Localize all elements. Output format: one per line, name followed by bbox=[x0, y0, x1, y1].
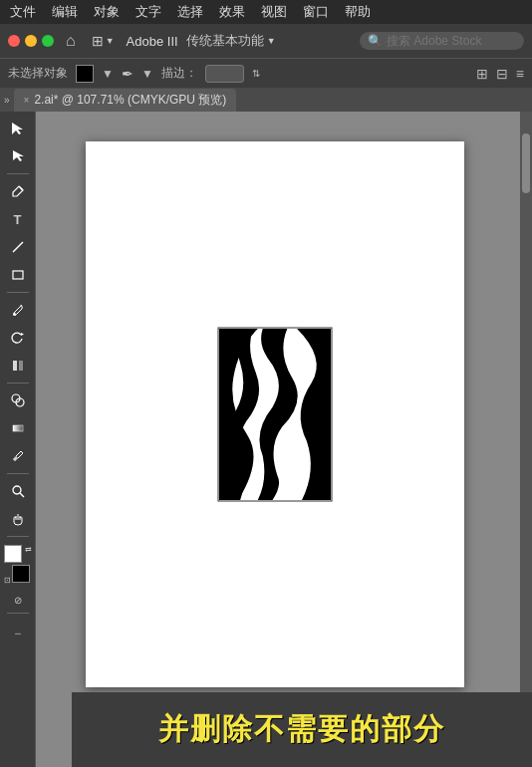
chevron-down-icon-2: ▼ bbox=[267, 36, 276, 46]
artboard bbox=[86, 141, 464, 687]
menu-object[interactable]: 对象 bbox=[94, 3, 120, 21]
layout-button[interactable]: ⊞ ▼ bbox=[88, 33, 119, 49]
menu-select[interactable]: 选择 bbox=[177, 3, 203, 21]
close-window-button[interactable] bbox=[8, 35, 20, 47]
menu-text[interactable]: 文字 bbox=[135, 3, 161, 21]
tool-separator-6 bbox=[7, 613, 29, 614]
direct-selection-tool[interactable] bbox=[4, 143, 32, 169]
menu-view[interactable]: 视图 bbox=[261, 3, 287, 21]
scrollbar-thumb[interactable] bbox=[522, 133, 530, 193]
menu-icon[interactable]: ≡ bbox=[516, 66, 524, 82]
workspace-dropdown[interactable]: 传统基本功能 ▼ bbox=[186, 32, 276, 50]
svg-rect-7 bbox=[13, 361, 17, 371]
svg-rect-15 bbox=[233, 485, 241, 491]
tool-separator-4 bbox=[7, 473, 29, 474]
tab-close-button[interactable]: × bbox=[24, 95, 30, 106]
svg-rect-4 bbox=[13, 271, 23, 279]
pen-icon: ✒ bbox=[122, 66, 133, 82]
search-input[interactable] bbox=[387, 34, 516, 48]
color-mode-buttons: ⊘ bbox=[8, 591, 28, 609]
workspace-dropdown-label: 传统基本功能 bbox=[186, 32, 264, 50]
selection-tool[interactable] bbox=[4, 116, 32, 141]
svg-line-3 bbox=[13, 242, 23, 252]
annotation-text: 并删除不需要的部分 bbox=[158, 709, 445, 750]
fill-color-swatch[interactable] bbox=[76, 65, 94, 83]
hand-tool[interactable] bbox=[4, 506, 32, 532]
pen-tool[interactable] bbox=[4, 178, 32, 204]
reflect-tool[interactable] bbox=[4, 353, 32, 379]
swap-colors-icon[interactable]: ⇄ bbox=[25, 545, 32, 554]
toolbox: T bbox=[0, 112, 36, 767]
tool-separator-1 bbox=[7, 173, 29, 174]
svg-marker-1 bbox=[13, 150, 24, 161]
toolbar-top: ⌂ ⊞ ▼ Adobe III 传统基本功能 ▼ 🔍 bbox=[0, 24, 532, 58]
tool-separator-5 bbox=[7, 536, 29, 537]
gradient-tool[interactable] bbox=[4, 415, 32, 441]
line-tool[interactable] bbox=[4, 234, 32, 260]
search-icon: 🔍 bbox=[368, 34, 383, 48]
toolbar-secondary: 未选择对象 ▼ ✒ ▼ 描边： ⇅ ⊞ ⊟ ≡ bbox=[0, 58, 532, 88]
svg-line-2 bbox=[20, 187, 23, 190]
rotate-tool[interactable] bbox=[4, 325, 32, 351]
menu-help[interactable]: 帮助 bbox=[345, 3, 371, 21]
canvas-area[interactable]: 并删除不需要的部分 bbox=[36, 112, 532, 767]
svg-point-12 bbox=[13, 486, 21, 494]
artwork-container bbox=[218, 328, 333, 502]
type-tool[interactable]: T bbox=[4, 206, 32, 232]
toolbar-right-icons: ⊞ ⊟ ≡ bbox=[476, 66, 524, 82]
align-icon[interactable]: ⊟ bbox=[496, 66, 508, 82]
workspace-label: Adobe III bbox=[127, 34, 178, 49]
window-controls bbox=[8, 35, 54, 47]
chevron-down-icon: ▼ bbox=[106, 36, 115, 46]
svg-point-5 bbox=[13, 313, 16, 316]
zebra-artwork bbox=[219, 329, 332, 501]
tab-bar: » × 2.ai* @ 107.71% (CMYK/GPU 预览) bbox=[0, 88, 532, 112]
search-bar[interactable]: 🔍 bbox=[360, 32, 524, 50]
svg-rect-11 bbox=[13, 425, 23, 431]
default-colors-icon[interactable]: ⊡ bbox=[4, 576, 11, 585]
stroke-label: 描边： bbox=[161, 65, 197, 82]
menu-bar: 文件 编辑 对象 文字 选择 效果 视图 窗口 帮助 bbox=[0, 0, 532, 24]
fullscreen-window-button[interactable] bbox=[42, 35, 54, 47]
home-button[interactable]: ⌂ bbox=[62, 32, 80, 50]
stroke-color[interactable] bbox=[12, 565, 30, 583]
document-tab[interactable]: × 2.ai* @ 107.71% (CMYK/GPU 预览) bbox=[14, 89, 237, 112]
none-color-button[interactable]: ⊘ bbox=[8, 591, 28, 609]
expand-button[interactable]: » bbox=[4, 95, 10, 106]
chevron-up-down-icon: ⇅ bbox=[252, 68, 260, 79]
paintbrush-tool[interactable] bbox=[4, 297, 32, 323]
rectangle-tool[interactable] bbox=[4, 262, 32, 288]
fill-color[interactable] bbox=[4, 545, 22, 563]
tool-separator-2 bbox=[7, 292, 29, 293]
annotation-bar: 并删除不需要的部分 bbox=[72, 692, 532, 767]
tab-title: 2.ai* @ 107.71% (CMYK/GPU 预览) bbox=[34, 92, 226, 109]
stroke-pen-arrow: ▼ bbox=[141, 67, 153, 81]
svg-marker-0 bbox=[12, 123, 23, 134]
tool-separator-3 bbox=[7, 383, 29, 384]
svg-line-13 bbox=[20, 493, 24, 497]
minimize-window-button[interactable] bbox=[25, 35, 37, 47]
svg-marker-6 bbox=[21, 333, 24, 336]
menu-edit[interactable]: 编辑 bbox=[52, 3, 78, 21]
stroke-arrow-icon: ▼ bbox=[102, 67, 114, 81]
object-select-label: 未选择对象 bbox=[8, 65, 68, 82]
eyedropper-tool[interactable] bbox=[4, 443, 32, 469]
zoom-tool[interactable] bbox=[4, 478, 32, 504]
menu-window[interactable]: 窗口 bbox=[303, 3, 329, 21]
color-selector[interactable]: ⇄ ⊡ bbox=[4, 545, 32, 585]
arrange-icon[interactable]: ⊞ bbox=[476, 66, 488, 82]
svg-rect-8 bbox=[19, 361, 23, 371]
scrollbar-vertical[interactable] bbox=[520, 112, 532, 767]
main-layout: T bbox=[0, 112, 532, 767]
shape-builder-tool[interactable] bbox=[4, 387, 32, 413]
grid-icon: ⊞ bbox=[92, 33, 104, 49]
menu-effect[interactable]: 效果 bbox=[219, 3, 245, 21]
stroke-dropdown[interactable] bbox=[205, 65, 244, 83]
more-tools-button[interactable]: ... bbox=[4, 618, 32, 643]
menu-file[interactable]: 文件 bbox=[10, 3, 36, 21]
